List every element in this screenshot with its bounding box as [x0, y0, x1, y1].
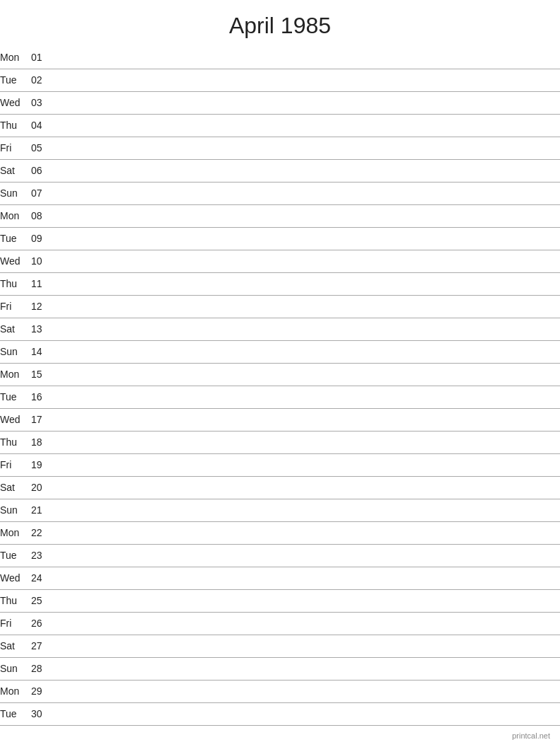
- day-line-cell: [52, 204, 560, 227]
- day-line-cell: [52, 227, 560, 250]
- table-row: Sun28: [0, 657, 560, 680]
- day-line-cell: [52, 318, 560, 340]
- day-name: Thu: [0, 114, 31, 137]
- day-line-cell: [52, 431, 560, 453]
- day-number: 12: [31, 295, 52, 318]
- day-number: 16: [31, 386, 52, 408]
- day-name: Sun: [0, 657, 31, 680]
- table-row: Wed17: [0, 408, 560, 431]
- table-row: Wed10: [0, 250, 560, 272]
- table-row: Fri05: [0, 137, 560, 159]
- day-number: 26: [31, 612, 52, 635]
- day-name: Fri: [0, 137, 31, 159]
- day-name: Mon: [0, 363, 31, 386]
- table-row: Sat20: [0, 476, 560, 499]
- day-name: Wed: [0, 250, 31, 272]
- day-number: 01: [31, 46, 52, 69]
- footer-text: printcal.net: [512, 731, 550, 740]
- day-line-cell: [52, 521, 560, 544]
- day-number: 05: [31, 137, 52, 159]
- table-row: Thu04: [0, 114, 560, 137]
- table-row: Sat13: [0, 318, 560, 340]
- table-row: Thu25: [0, 589, 560, 612]
- day-number: 04: [31, 114, 52, 137]
- day-line-cell: [52, 702, 560, 725]
- table-row: Tue16: [0, 386, 560, 408]
- day-line-cell: [52, 46, 560, 69]
- table-row: Tue02: [0, 69, 560, 91]
- day-line-cell: [52, 250, 560, 272]
- day-name: Tue: [0, 69, 31, 91]
- table-row: Sun14: [0, 340, 560, 363]
- day-number: 06: [31, 159, 52, 182]
- table-row: Mon01: [0, 46, 560, 69]
- day-number: 13: [31, 318, 52, 340]
- day-number: 09: [31, 227, 52, 250]
- table-row: Wed24: [0, 567, 560, 589]
- day-number: 27: [31, 635, 52, 657]
- day-name: Mon: [0, 521, 31, 544]
- day-number: 08: [31, 204, 52, 227]
- day-number: 03: [31, 91, 52, 114]
- day-name: Sat: [0, 318, 31, 340]
- day-line-cell: [52, 295, 560, 318]
- page-title: April 1985: [0, 0, 560, 46]
- day-line-cell: [52, 499, 560, 521]
- day-number: 02: [31, 69, 52, 91]
- day-line-cell: [52, 544, 560, 567]
- day-line-cell: [52, 476, 560, 499]
- day-name: Tue: [0, 227, 31, 250]
- table-row: Mon15: [0, 363, 560, 386]
- day-name: Mon: [0, 680, 31, 702]
- day-line-cell: [52, 453, 560, 476]
- day-line-cell: [52, 567, 560, 589]
- day-number: 21: [31, 499, 52, 521]
- day-name: Fri: [0, 295, 31, 318]
- day-line-cell: [52, 69, 560, 91]
- table-row: Wed03: [0, 91, 560, 114]
- day-name: Wed: [0, 91, 31, 114]
- day-number: 17: [31, 408, 52, 431]
- day-number: 29: [31, 680, 52, 702]
- day-name: Sat: [0, 159, 31, 182]
- table-row: Sat27: [0, 635, 560, 657]
- day-name: Tue: [0, 544, 31, 567]
- table-row: Fri12: [0, 295, 560, 318]
- table-row: Fri26: [0, 612, 560, 635]
- day-number: 19: [31, 453, 52, 476]
- table-row: Sat06: [0, 159, 560, 182]
- table-row: Tue23: [0, 544, 560, 567]
- day-number: 24: [31, 567, 52, 589]
- day-name: Tue: [0, 386, 31, 408]
- day-name: Sun: [0, 499, 31, 521]
- day-name: Sat: [0, 476, 31, 499]
- day-line-cell: [52, 680, 560, 702]
- table-row: Thu18: [0, 431, 560, 453]
- day-line-cell: [52, 137, 560, 159]
- day-name: Fri: [0, 612, 31, 635]
- day-number: 23: [31, 544, 52, 567]
- table-row: Mon22: [0, 521, 560, 544]
- day-name: Mon: [0, 46, 31, 69]
- day-number: 14: [31, 340, 52, 363]
- day-line-cell: [52, 386, 560, 408]
- day-name: Sun: [0, 340, 31, 363]
- day-number: 22: [31, 521, 52, 544]
- day-name: Wed: [0, 408, 31, 431]
- day-number: 25: [31, 589, 52, 612]
- day-line-cell: [52, 340, 560, 363]
- day-number: 28: [31, 657, 52, 680]
- table-row: Thu11: [0, 272, 560, 295]
- day-line-cell: [52, 91, 560, 114]
- day-line-cell: [52, 657, 560, 680]
- day-line-cell: [52, 272, 560, 295]
- day-line-cell: [52, 363, 560, 386]
- day-number: 15: [31, 363, 52, 386]
- day-line-cell: [52, 408, 560, 431]
- day-name: Sat: [0, 635, 31, 657]
- day-name: Thu: [0, 589, 31, 612]
- day-number: 10: [31, 250, 52, 272]
- day-line-cell: [52, 589, 560, 612]
- table-row: Sun07: [0, 182, 560, 204]
- day-number: 18: [31, 431, 52, 453]
